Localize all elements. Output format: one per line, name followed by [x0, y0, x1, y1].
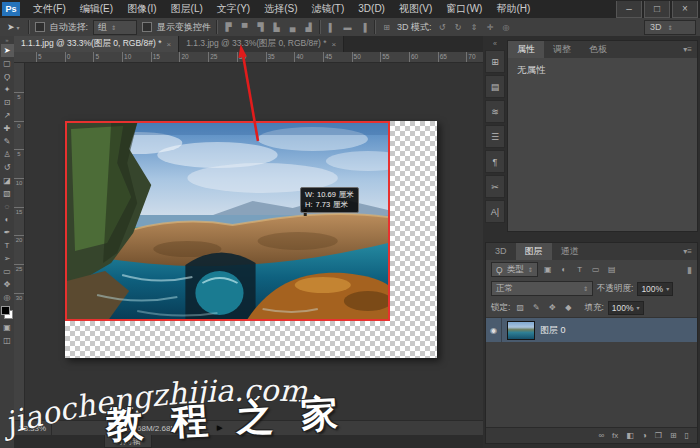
menu-image[interactable]: 图像(I)	[120, 0, 163, 18]
pen-tool[interactable]: ✒	[1, 226, 14, 239]
tab-swatches[interactable]: 色板	[580, 41, 616, 58]
minimize-button[interactable]: –	[616, 1, 642, 18]
blur-tool[interactable]: ◌	[1, 200, 14, 213]
panel-menu-icon[interactable]: ▾≡	[678, 41, 697, 58]
align-right-icon[interactable]: ▜	[255, 23, 266, 32]
path-selection-tool[interactable]: ➢	[1, 252, 14, 265]
align-hcenter-icon[interactable]: ▀	[239, 23, 250, 32]
tab-3d[interactable]: 3D	[486, 243, 516, 260]
menu-3d[interactable]: 3D(D)	[351, 0, 392, 18]
distribute-right-icon[interactable]: ▐	[358, 23, 369, 32]
status-arrow-icon[interactable]: ▶	[217, 424, 222, 432]
foreground-color-swatch[interactable]	[1, 306, 10, 315]
lasso-tool[interactable]: Ϙ	[1, 70, 14, 83]
toolbar-collapse-icon[interactable]: »	[5, 36, 8, 44]
new-group-icon[interactable]: ❒	[655, 431, 662, 440]
3d-roll-icon[interactable]: ↻	[453, 23, 464, 32]
panel-icon-1[interactable]: ⊞	[485, 50, 505, 73]
filter-pixel-icon[interactable]: ▣	[542, 265, 554, 274]
3d-drag-icon[interactable]: ⇕	[469, 23, 480, 32]
align-vcenter-icon[interactable]: ▄	[287, 23, 298, 32]
arrange-icon[interactable]: ⊞	[381, 23, 392, 32]
document-tab-1[interactable]: 1.1.1.jpg @ 33.3%(图层 0, RGB/8#) * ×	[14, 36, 179, 52]
tab-adjustments[interactable]: 调整	[544, 41, 580, 58]
3d-slide-icon[interactable]: ✛	[485, 23, 496, 32]
menu-view[interactable]: 视图(V)	[392, 0, 439, 18]
menu-filter[interactable]: 滤镜(T)	[305, 0, 352, 18]
filter-type-icon[interactable]: T	[574, 265, 586, 274]
close-icon[interactable]: ×	[166, 40, 171, 49]
align-bottom-icon[interactable]: ▟	[303, 23, 314, 32]
layer-thumbnail[interactable]	[507, 321, 535, 340]
auto-select-checkbox[interactable]	[35, 22, 45, 32]
distribute-center-icon[interactable]: ▬	[342, 23, 353, 32]
blend-mode-dropdown[interactable]: 正常 ⇕	[491, 281, 593, 296]
3d-rotate-icon[interactable]: ↺	[437, 23, 448, 32]
panel-menu-icon[interactable]: ▾≡	[678, 243, 697, 260]
tab-properties[interactable]: 属性	[508, 41, 544, 58]
show-transform-checkbox[interactable]	[142, 22, 152, 32]
fill-field[interactable]: 100% ▾	[608, 301, 644, 315]
brush-tool[interactable]: ✎	[1, 135, 14, 148]
marquee-tool[interactable]: ▢	[1, 57, 14, 70]
panel-icon-3[interactable]: ≋	[485, 100, 505, 123]
healing-brush-tool[interactable]: ✚	[1, 122, 14, 135]
tab-layers[interactable]: 图层	[516, 243, 552, 260]
quick-mask-button[interactable]: ▣	[1, 321, 14, 334]
zoom-tool[interactable]: ◎	[1, 291, 14, 304]
move-tool[interactable]: ➤	[1, 44, 14, 57]
layer-row-selected[interactable]: ◉ 图层 0	[486, 318, 697, 342]
layer-name[interactable]: 图层 0	[540, 324, 566, 337]
filter-adjustment-icon[interactable]: ◐	[558, 265, 570, 274]
eyedropper-tool[interactable]: ↗	[1, 109, 14, 122]
current-tool-button[interactable]: ➤ ▾	[4, 22, 23, 32]
3d-scale-icon[interactable]: ◎	[501, 23, 512, 32]
filter-toggle-icon[interactable]: ▮	[687, 265, 692, 275]
eraser-tool[interactable]: ◪	[1, 174, 14, 187]
layer-mask-icon[interactable]: ◧	[626, 431, 634, 440]
menu-edit[interactable]: 编辑(E)	[73, 0, 120, 18]
paragraph-panel-icon[interactable]: ¶	[485, 150, 505, 173]
screen-mode-button[interactable]: ◫	[1, 334, 14, 347]
hand-tool[interactable]: ✥	[1, 278, 14, 291]
character-panel-icon[interactable]: A|	[485, 200, 505, 223]
link-layers-icon[interactable]: ∞	[598, 431, 604, 440]
menu-select[interactable]: 选择(S)	[257, 0, 304, 18]
auto-select-dropdown[interactable]: 组 ⇕	[93, 20, 137, 35]
align-top-icon[interactable]: ▙	[271, 23, 282, 32]
dodge-tool[interactable]: ◐	[1, 213, 14, 226]
menu-window[interactable]: 窗口(W)	[439, 0, 489, 18]
quick-selection-tool[interactable]: ✦	[1, 83, 14, 96]
document-canvas[interactable]: W: 10.69 厘米 H: 7.73 厘米	[65, 121, 437, 358]
menu-type[interactable]: 文字(Y)	[210, 0, 257, 18]
filter-shape-icon[interactable]: ▭	[590, 265, 602, 274]
lock-all-icon[interactable]: ◆	[562, 303, 574, 312]
canvas-pasteboard[interactable]: 5 0 5 10 15 20 25 30	[14, 63, 483, 420]
opacity-field[interactable]: 100% ▾	[637, 282, 673, 296]
crop-tool[interactable]: ⊡	[1, 96, 14, 109]
layer-style-fx-icon[interactable]: fx	[612, 431, 618, 440]
visibility-eye-icon[interactable]: ◉	[486, 318, 502, 342]
workspace-switcher[interactable]: 3D ⇕	[644, 20, 696, 35]
close-icon[interactable]: ×	[332, 40, 337, 49]
filter-type-dropdown[interactable]: Ϙ 类型 ⇕	[491, 262, 538, 277]
lock-transparency-icon[interactable]: ▨	[514, 303, 526, 312]
maximize-button[interactable]: □	[644, 1, 670, 18]
document-tab-2[interactable]: 1.1.3.jpg @ 33.3%(图层 0, RGB/8#) * ×	[179, 36, 344, 52]
history-panel-icon[interactable]: ▤	[485, 75, 505, 98]
history-brush-tool[interactable]: ↺	[1, 161, 14, 174]
lock-position-icon[interactable]: ✥	[546, 303, 558, 312]
expand-panels-icon[interactable]: «	[493, 40, 497, 48]
distribute-left-icon[interactable]: ▌	[326, 23, 337, 32]
tab-channels[interactable]: 通道	[552, 243, 588, 260]
lock-pixels-icon[interactable]: ✎	[530, 303, 542, 312]
shape-tool[interactable]: ▭	[1, 265, 14, 278]
delete-layer-icon[interactable]: ▯	[685, 431, 689, 440]
color-swatches[interactable]	[1, 306, 13, 319]
close-button[interactable]: ×	[672, 1, 698, 18]
timeline-tab[interactable]: 时间轴	[104, 435, 152, 448]
menu-help[interactable]: 帮助(H)	[489, 0, 537, 18]
type-tool[interactable]: T	[1, 239, 14, 252]
menu-file[interactable]: 文件(F)	[26, 0, 73, 18]
layer0-image[interactable]	[65, 121, 390, 321]
